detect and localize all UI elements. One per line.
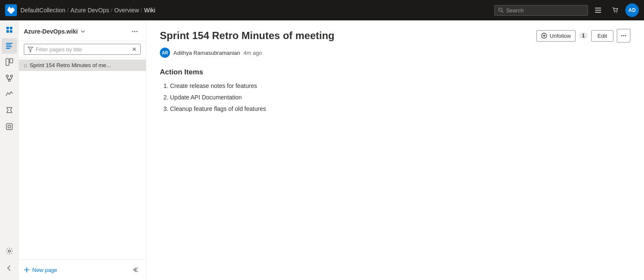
svg-marker-27 [28,47,33,51]
plus-icon [24,267,30,273]
page-body: Action Items Create release notes for fe… [160,68,630,113]
action-items-list: Create release notes for features Update… [170,82,630,113]
time-ago: 4m ago [244,50,262,56]
svg-point-26 [136,31,138,32]
rail-bottom [2,243,17,277]
unfollow-button[interactable]: Unfollow [536,30,576,42]
main-area: Azure-DevOps.wiki ✕ ⌂ [0,20,644,280]
topbar-right: AD [494,3,639,17]
page-meta: AR Adithya Ramasubramanian 4m ago [160,48,630,58]
rail-settings-icon[interactable] [2,243,17,259]
author-name: Adithya Ramasubramanian [173,50,240,56]
rail-testplans-icon[interactable] [2,103,17,118]
sidebar-header: Azure-DevOps.wiki [19,20,146,41]
svg-point-24 [132,31,133,32]
svg-line-1 [502,11,503,13]
topbar: DefaultCollection / Azure DevOps / Overv… [0,0,644,20]
wiki-title: Azure-DevOps.wiki [24,28,78,35]
filter-input-wrap[interactable]: ✕ [24,44,141,55]
svg-point-23 [8,250,10,252]
sidebar-more-button[interactable] [129,25,141,37]
content-header: Sprint 154 Retro Minutes of meeting Unfo… [160,29,630,42]
filter-input[interactable] [36,46,129,53]
svg-rect-15 [6,59,9,65]
sidebar-collapse-button[interactable] [129,264,141,276]
svg-rect-21 [6,124,12,130]
app-logo[interactable] [5,4,17,16]
svg-point-6 [616,12,617,13]
breadcrumb-item-0[interactable]: DefaultCollection [20,7,65,14]
search-icon [498,7,504,13]
svg-rect-11 [6,43,13,44]
list-view-icon[interactable] [591,3,605,17]
home-page-icon: ⌂ [24,62,27,68]
rail-wiki-icon[interactable] [2,38,17,54]
svg-point-25 [134,31,136,32]
chevron-down-icon [80,29,85,34]
breadcrumb-sep-0: / [67,7,69,14]
action-item-0: Create release notes for features [170,82,630,91]
breadcrumb-sep-1: / [111,7,113,14]
svg-rect-12 [6,45,11,45]
svg-point-31 [621,35,622,37]
page-actions: Unfollow 1 Edit [536,29,630,42]
sidebar-pages: ⌂ Sprint 154 Retro Minutes of me... [19,58,146,259]
filter-icon [28,47,33,52]
rail-collapse-icon[interactable] [2,260,17,276]
rail-artifacts-icon[interactable] [2,119,17,134]
svg-point-33 [625,35,626,37]
rail-boards-icon[interactable] [2,54,17,70]
svg-rect-3 [595,10,601,11]
unfollow-icon [541,33,547,39]
breadcrumb: DefaultCollection / Azure DevOps / Overv… [20,7,155,14]
svg-point-32 [623,35,624,37]
content-area: Sprint 154 Retro Minutes of meeting Unfo… [146,20,644,280]
rail-home-icon[interactable] [2,22,17,37]
breadcrumb-item-3[interactable]: Wiki [144,7,155,14]
svg-point-18 [10,75,12,77]
breadcrumb-sep-2: / [141,7,142,14]
svg-point-17 [6,75,8,77]
rail-pipelines-icon[interactable] [2,87,17,102]
user-avatar[interactable]: AD [625,3,639,17]
svg-rect-14 [6,48,10,49]
svg-rect-10 [10,30,12,33]
wiki-title-row[interactable]: Azure-DevOps.wiki [24,28,85,35]
svg-point-5 [614,12,615,13]
svg-rect-2 [595,8,601,8]
new-page-button[interactable]: New page [24,267,57,273]
breadcrumb-item-2[interactable]: Overview [114,7,139,14]
more-options-button[interactable] [617,29,630,42]
svg-rect-16 [10,59,13,63]
filter-clear-button[interactable]: ✕ [132,46,137,53]
svg-rect-9 [6,30,9,33]
rail-repos-icon[interactable] [2,71,17,86]
sidebar-filter: ✕ [19,41,146,58]
new-page-label: New page [32,267,57,273]
edit-button[interactable]: Edit [591,30,613,42]
sidebar-footer: New page [19,259,146,280]
sidebar: Azure-DevOps.wiki ✕ ⌂ [19,20,146,280]
svg-rect-4 [595,12,601,13]
svg-rect-8 [10,27,12,29]
action-item-2: Cleanup feature flags of old features [170,105,630,113]
unfollow-label: Unfollow [550,33,571,39]
svg-point-0 [499,8,502,11]
left-rail [0,20,19,280]
follower-count: 1 [579,32,588,39]
shopping-icon[interactable] [608,3,622,17]
page-item-0[interactable]: ⌂ Sprint 154 Retro Minutes of me... [19,59,146,71]
search-input[interactable] [506,7,584,14]
svg-rect-7 [6,27,9,29]
section-heading: Action Items [160,68,630,76]
search-box[interactable] [494,5,588,16]
author-avatar: AR [160,48,170,58]
breadcrumb-item-1[interactable]: Azure DevOps [71,7,109,14]
action-item-1: Update API Documentation [170,93,630,102]
page-title: Sprint 154 Retro Minutes of meeting [160,30,335,42]
page-item-label-0: Sprint 154 Retro Minutes of me... [30,62,111,68]
svg-rect-13 [6,46,12,47]
svg-rect-22 [8,125,11,128]
